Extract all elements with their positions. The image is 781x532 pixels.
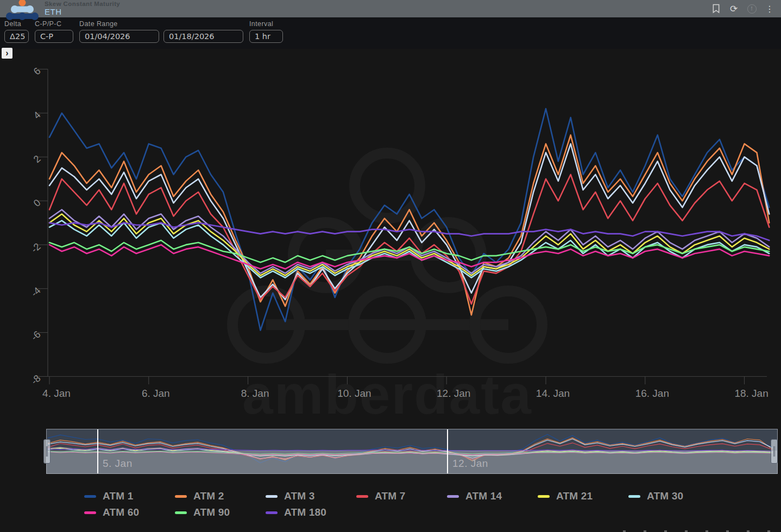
legend-item-atm-14[interactable]: ATM 14 xyxy=(447,490,538,502)
header-bar: Skew Constant Maturity ETH ⟳ ! ⋮ xyxy=(0,0,781,17)
x-axis-tick-label: 10. Jan xyxy=(337,388,371,399)
bookmark-icon[interactable] xyxy=(710,3,722,15)
legend-item-atm-90[interactable]: ATM 90 xyxy=(175,506,266,518)
series-line-atm-1 xyxy=(49,109,769,330)
legend-item-atm-30[interactable]: ATM 30 xyxy=(628,490,719,502)
y-axis-tick-label: 2 xyxy=(32,153,43,165)
y-axis-tick-label: 6 xyxy=(32,66,43,78)
series-line-atm-30 xyxy=(49,220,769,277)
x-axis-tick-label: 14. Jan xyxy=(536,388,570,399)
y-axis-tick-label: -8 xyxy=(29,373,42,387)
legend-label-atm-2: ATM 2 xyxy=(193,490,224,502)
filter-group-delta: Delta Δ25 xyxy=(4,20,29,43)
filter-group-cp: C-P/P-C C-P xyxy=(35,20,73,43)
symbol-label: ETH xyxy=(45,8,120,16)
legend-marker-atm-2 xyxy=(175,495,187,498)
navigator-gridline-12jan xyxy=(447,429,448,473)
series-line-atm-7 xyxy=(49,175,769,305)
filter-group-date-range: Date Range xyxy=(79,20,243,43)
legend-marker-atm-90 xyxy=(175,511,187,514)
sidebar-expand-button[interactable]: › xyxy=(2,48,12,59)
cp-select[interactable]: C-P xyxy=(35,30,73,43)
filter-bar: Delta Δ25 C-P/P-C C-P Date Range Interva… xyxy=(0,17,781,49)
date-to-input[interactable] xyxy=(163,30,243,43)
axes: 6420-2-4-6-84. Jan6. Jan8. Jan10. Jan12.… xyxy=(29,66,768,399)
kebab-glyph: ⋮ xyxy=(765,4,774,14)
amberdata-watermark xyxy=(232,153,542,358)
delta-label: Delta xyxy=(4,20,29,28)
navigator-handle-left[interactable] xyxy=(43,439,51,464)
x-axis-tick-label: 16. Jan xyxy=(635,388,669,399)
legend-item-atm-1[interactable]: ATM 1 xyxy=(84,490,175,502)
legend-label-atm-3: ATM 3 xyxy=(284,490,315,502)
series-line-atm-21 xyxy=(49,214,769,275)
navigator-track[interactable] xyxy=(46,429,778,474)
y-axis-tick-label: -2 xyxy=(29,241,42,255)
series-line-atm-60 xyxy=(49,245,769,269)
legend-marker-atm-7 xyxy=(356,495,368,498)
navigator-label-5jan: 5. Jan xyxy=(103,458,133,470)
series-line-atm-2 xyxy=(49,135,769,315)
legend-marker-atm-1 xyxy=(84,495,96,498)
amberdata-logo xyxy=(4,0,40,21)
interval-label: Interval xyxy=(249,20,283,28)
legend-item-atm-21[interactable]: ATM 21 xyxy=(538,490,628,502)
legend-item-atm-7[interactable]: ATM 7 xyxy=(356,490,447,502)
delta-select[interactable]: Δ25 xyxy=(4,30,29,43)
series-line-atm-14 xyxy=(49,210,769,273)
legend-marker-atm-180 xyxy=(266,511,278,514)
legend-marker-atm-14 xyxy=(447,495,459,498)
legend-item-atm-3[interactable]: ATM 3 xyxy=(266,490,356,502)
legend-item-atm-2[interactable]: ATM 2 xyxy=(175,490,266,502)
legend-label-atm-1: ATM 1 xyxy=(103,490,134,502)
legend-label-atm-14: ATM 14 xyxy=(465,490,502,502)
x-axis-tick-label: 4. Jan xyxy=(42,388,71,399)
x-axis-tick-label: 6. Jan xyxy=(142,388,170,399)
legend-label-atm-30: ATM 30 xyxy=(647,490,683,502)
y-axis-tick-label: 0 xyxy=(32,197,43,209)
legend-label-atm-7: ATM 7 xyxy=(375,490,406,502)
legend-items: ATM 1ATM 2ATM 3ATM 7ATM 14ATM 21ATM 30AT… xyxy=(84,490,733,518)
legend-marker-atm-3 xyxy=(266,495,278,498)
page-title: Skew Constant Maturity xyxy=(45,1,120,7)
legend-label-atm-180: ATM 180 xyxy=(284,506,326,518)
refresh-glyph: ⟳ xyxy=(730,3,738,14)
legend-label-atm-21: ATM 21 xyxy=(556,490,593,502)
kebab-menu-icon[interactable]: ⋮ xyxy=(764,3,776,15)
x-axis-tick-label: 12. Jan xyxy=(437,388,470,399)
x-axis-tick-label: 8. Jan xyxy=(241,388,269,399)
series-line-atm-90 xyxy=(49,240,769,262)
date-from-input[interactable] xyxy=(79,30,159,43)
app-root: { "header": { "title": "Skew Constant Ma… xyxy=(0,0,781,532)
legend-label-atm-90: ATM 90 xyxy=(193,506,230,518)
alert-icon[interactable]: ! xyxy=(746,3,758,15)
cp-label: C-P/P-C xyxy=(35,20,73,28)
title-block: Skew Constant Maturity ETH xyxy=(45,1,120,16)
chart-series xyxy=(49,109,769,330)
y-axis-tick-label: 4 xyxy=(32,109,43,121)
filter-group-interval: Interval 1 hr xyxy=(249,20,283,43)
y-axis-tick-label: -6 xyxy=(29,329,42,343)
alert-ring: ! xyxy=(747,4,757,14)
legend: ATM 1ATM 2ATM 3ATM 7ATM 14ATM 21ATM 30AT… xyxy=(0,490,781,518)
refresh-icon[interactable]: ⟳ xyxy=(728,3,740,15)
navigator-handle-right[interactable] xyxy=(771,439,778,464)
series-line-atm-180 xyxy=(49,223,769,240)
bookmark-icon-shape xyxy=(712,4,720,14)
legend-marker-atm-30 xyxy=(628,495,640,498)
interval-select[interactable]: 1 hr xyxy=(249,30,283,43)
legend-item-atm-60[interactable]: ATM 60 xyxy=(84,506,175,518)
header-actions: ⟳ ! ⋮ xyxy=(710,3,776,15)
x-axis-tick-label: 18. Jan xyxy=(734,388,768,399)
series-line-atm-3 xyxy=(49,144,769,300)
date-range-label: Date Range xyxy=(79,20,243,28)
legend-label-atm-60: ATM 60 xyxy=(103,506,139,518)
legend-marker-atm-21 xyxy=(538,495,550,498)
legend-marker-atm-60 xyxy=(84,511,96,514)
navigator-label-12jan: 12. Jan xyxy=(452,458,488,470)
watermark-text: amberdata xyxy=(242,364,532,426)
navigator-gridline-5jan xyxy=(97,429,98,473)
legend-item-atm-180[interactable]: ATM 180 xyxy=(266,506,356,518)
y-axis-tick-label: -4 xyxy=(29,285,42,299)
